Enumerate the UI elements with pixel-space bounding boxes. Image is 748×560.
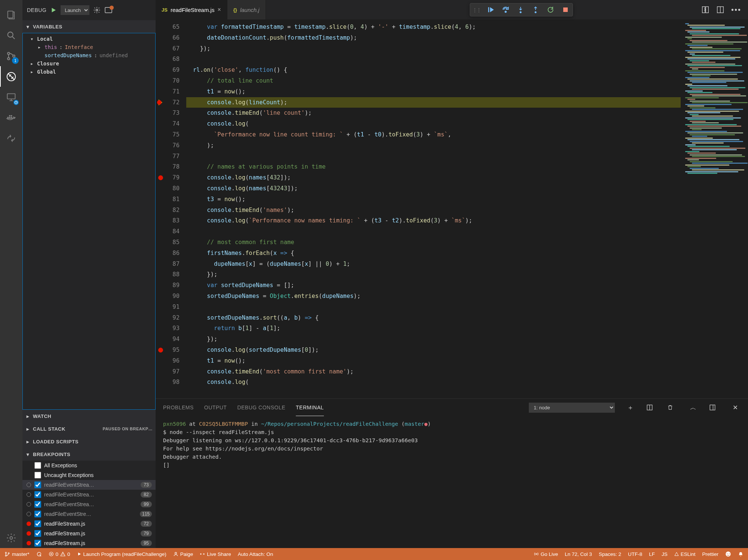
editor-tab[interactable]: {}launch.j (227, 0, 266, 19)
status-user[interactable]: Paige (173, 551, 193, 557)
breakpoint-checkbox[interactable] (34, 530, 41, 537)
breakpoint-gutter[interactable] (156, 19, 165, 399)
breakpoint-checkbox[interactable] (34, 540, 41, 547)
loaded-scripts-header[interactable]: ▸LOADED SCRIPTS (22, 435, 156, 448)
terminal-output[interactable]: pxn5096 at C02SQ5LBGTFMMBP in ~/Repos/pe… (156, 416, 748, 548)
breakpoint-checkbox[interactable] (34, 462, 41, 469)
status-golive[interactable]: Go Live (534, 551, 558, 557)
debug-sidebar: DEBUG Launch ▾VARIABLES ▾Local▸this: Int… (22, 0, 156, 548)
svg-point-2 (7, 52, 10, 55)
stop-button[interactable] (561, 5, 570, 15)
breakpoint-checkbox[interactable] (34, 501, 41, 508)
breakpoint-item[interactable]: readFileEventStrea…82 (22, 490, 156, 499)
close-tab-icon[interactable]: × (217, 6, 221, 13)
status-cursor[interactable]: Ln 72, Col 3 (565, 551, 592, 557)
activity-bar: 1 (0, 0, 22, 548)
breakpoint-checkbox[interactable] (34, 520, 41, 527)
variables-header[interactable]: ▾VARIABLES (22, 20, 156, 33)
activity-liveshare-icon[interactable] (0, 128, 22, 148)
variable-scope[interactable]: ▸Global (23, 68, 155, 76)
debug-controls[interactable]: ⋮⋮ (470, 3, 573, 16)
variable-item[interactable]: sortedDupeNames: undefined (23, 51, 155, 59)
svg-point-3 (7, 58, 10, 60)
svg-point-21 (520, 12, 521, 13)
tab-terminal[interactable]: TERMINAL (296, 399, 324, 416)
terminal-select[interactable]: 1: node (529, 403, 615, 413)
breakpoint-item[interactable]: readFileStream.js95 (22, 538, 156, 548)
status-sync[interactable] (36, 551, 42, 557)
move-panel-icon[interactable] (709, 404, 720, 411)
status-launch[interactable]: Launch Program (readFileChallenge) (77, 551, 166, 557)
activity-docker-icon[interactable] (0, 107, 22, 128)
status-spaces[interactable]: Spaces: 2 (599, 551, 621, 557)
tab-problems[interactable]: PROBLEMS (163, 399, 194, 416)
tab-bar: JSreadFileStream.js×{}launch.j ••• (156, 0, 748, 19)
svg-point-27 (5, 555, 6, 556)
split-editor-icon[interactable] (716, 6, 724, 14)
status-eslint[interactable]: ESLint (674, 551, 696, 557)
status-errors[interactable]: 0 0 (49, 551, 70, 557)
breakpoint-checkbox[interactable] (34, 491, 41, 498)
new-terminal-icon[interactable]: ＋ (625, 403, 636, 412)
variable-scope[interactable]: ▸Closure (23, 59, 155, 68)
step-out-button[interactable] (531, 5, 540, 15)
watch-header[interactable]: ▸WATCH (22, 410, 156, 422)
breakpoint-builtin[interactable]: All Exceptions (22, 461, 156, 470)
debug-grip-icon[interactable]: ⋮⋮ (472, 7, 481, 13)
debug-config-select[interactable]: Launch (61, 5, 89, 15)
variable-scope[interactable]: ▾Local (23, 35, 155, 43)
activity-explorer-icon[interactable] (0, 4, 22, 25)
activity-scm-icon[interactable]: 1 (0, 46, 22, 66)
breakpoint-item[interactable]: readFileStream.js72 (22, 519, 156, 529)
tab-label: launch.j (240, 7, 260, 13)
tab-debug-console[interactable]: DEBUG CONSOLE (237, 399, 285, 416)
step-over-button[interactable] (501, 5, 511, 15)
svg-rect-25 (710, 405, 715, 410)
breakpoint-checkbox[interactable] (34, 511, 41, 517)
callstack-header[interactable]: ▸CALL STACKPAUSED ON BREAKP… (22, 422, 156, 435)
debug-toolbar: DEBUG Launch (22, 0, 156, 20)
breakpoint-checkbox[interactable] (34, 481, 41, 488)
breakpoint-item[interactable]: readFileStream.js79 (22, 529, 156, 538)
activity-debug-icon[interactable] (0, 66, 22, 87)
kill-terminal-icon[interactable] (667, 404, 678, 411)
step-into-button[interactable] (516, 5, 525, 15)
status-lang[interactable]: JS (662, 551, 668, 557)
activity-search-icon[interactable] (0, 25, 22, 46)
status-bell-icon[interactable] (738, 551, 744, 557)
breakpoint-builtin[interactable]: Uncaught Exceptions (22, 470, 156, 480)
activity-remote-icon[interactable] (0, 87, 22, 107)
tab-output[interactable]: OUTPUT (204, 399, 227, 416)
maximize-panel-icon[interactable]: ︿ (688, 403, 699, 412)
editor-tab[interactable]: JSreadFileStream.js× (156, 0, 227, 19)
status-feedback-icon[interactable] (725, 551, 731, 557)
minimap[interactable] (681, 19, 748, 399)
restart-button[interactable] (546, 5, 555, 15)
status-autoattach[interactable]: Auto Attach: On (238, 551, 273, 557)
debug-gear-icon[interactable] (93, 6, 101, 14)
status-eol[interactable]: LF (649, 551, 655, 557)
status-branch[interactable]: master* (4, 551, 30, 557)
scm-badge: 1 (12, 57, 19, 64)
breakpoint-item[interactable]: readFileEventStrea…73 (22, 480, 156, 490)
code-body[interactable]: var formattedTimestamp = timestamp.slice… (186, 19, 681, 399)
close-panel-icon[interactable]: ✕ (730, 404, 741, 412)
svg-point-31 (536, 553, 537, 555)
more-actions-icon[interactable]: ••• (731, 6, 741, 14)
start-debug-icon[interactable] (50, 7, 57, 13)
breakpoints-header[interactable]: ▾BREAKPOINTS (22, 448, 156, 461)
debug-console-toggle-icon[interactable] (104, 7, 113, 13)
svg-point-14 (96, 9, 98, 11)
status-encoding[interactable]: UTF-8 (628, 551, 642, 557)
variable-item[interactable]: ▸this: Interface (23, 43, 155, 51)
status-liveshare[interactable]: Live Share (200, 551, 231, 557)
breakpoint-item[interactable]: readFileEventStre…115 (22, 509, 156, 519)
code-editor[interactable]: 6566676869707172737475767778798081828384… (156, 19, 748, 399)
compare-icon[interactable] (701, 6, 709, 14)
continue-button[interactable] (486, 5, 496, 15)
split-terminal-icon[interactable] (646, 404, 657, 411)
breakpoint-checkbox[interactable] (34, 472, 41, 479)
status-prettier[interactable]: Prettier (702, 551, 718, 557)
breakpoint-item[interactable]: readFileEventStrea…99 (22, 499, 156, 509)
activity-settings-icon[interactable] (0, 527, 22, 548)
